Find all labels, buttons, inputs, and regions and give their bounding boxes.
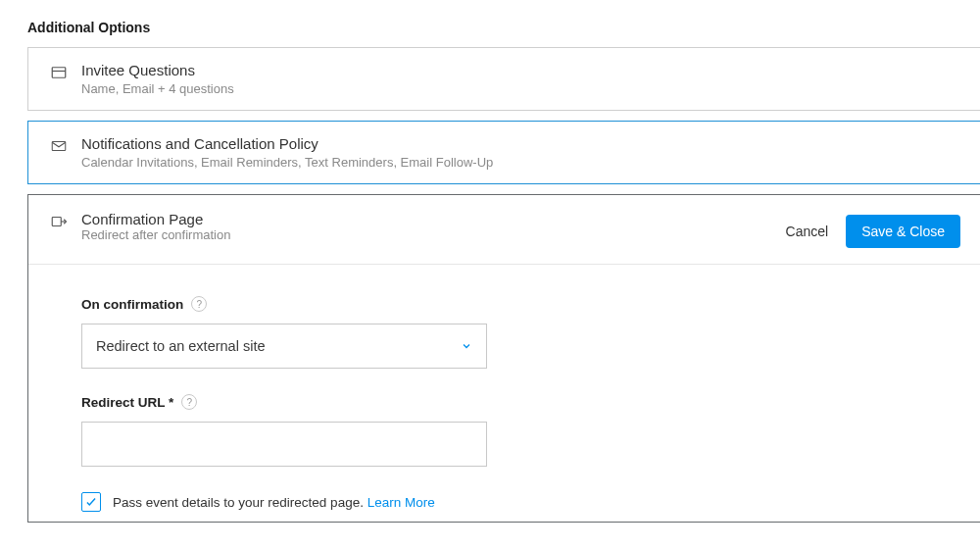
pass-details-label: Pass event details to your redirected pa…	[113, 495, 364, 510]
redirect-icon	[50, 213, 68, 230]
cancel-button[interactable]: Cancel	[786, 224, 829, 239]
envelope-icon	[50, 137, 68, 155]
svg-rect-3	[52, 218, 61, 226]
card-notifications[interactable]: Notifications and Cancellation Policy Ca…	[27, 121, 980, 184]
learn-more-link[interactable]: Learn More	[368, 495, 435, 510]
card-subtitle: Redirect after confirmation	[81, 227, 772, 242]
card-title: Confirmation Page	[81, 211, 772, 227]
card-title: Invitee Questions	[81, 62, 234, 78]
pass-details-checkbox[interactable]	[81, 492, 101, 512]
card-confirmation-expanded: Confirmation Page Redirect after confirm…	[27, 194, 980, 523]
help-icon[interactable]: ?	[191, 296, 207, 312]
redirect-url-label: Redirect URL *	[81, 395, 173, 410]
select-value: Redirect to an external site	[96, 338, 265, 354]
chevron-down-icon	[461, 340, 472, 352]
redirect-url-input[interactable]	[81, 422, 487, 467]
page-title: Additional Options	[27, 20, 980, 35]
card-subtitle: Calendar Invitations, Email Reminders, T…	[81, 155, 493, 170]
on-confirmation-label: On confirmation	[81, 297, 183, 312]
svg-rect-0	[52, 68, 66, 78]
card-subtitle: Name, Email + 4 questions	[81, 81, 234, 96]
save-close-button[interactable]: Save & Close	[846, 215, 960, 248]
on-confirmation-select[interactable]: Redirect to an external site	[81, 324, 487, 369]
svg-rect-2	[52, 142, 66, 151]
card-invitee-questions[interactable]: Invitee Questions Name, Email + 4 questi…	[27, 47, 980, 111]
form-icon	[50, 64, 68, 81]
help-icon[interactable]: ?	[181, 394, 197, 410]
card-title: Notifications and Cancellation Policy	[81, 135, 493, 152]
